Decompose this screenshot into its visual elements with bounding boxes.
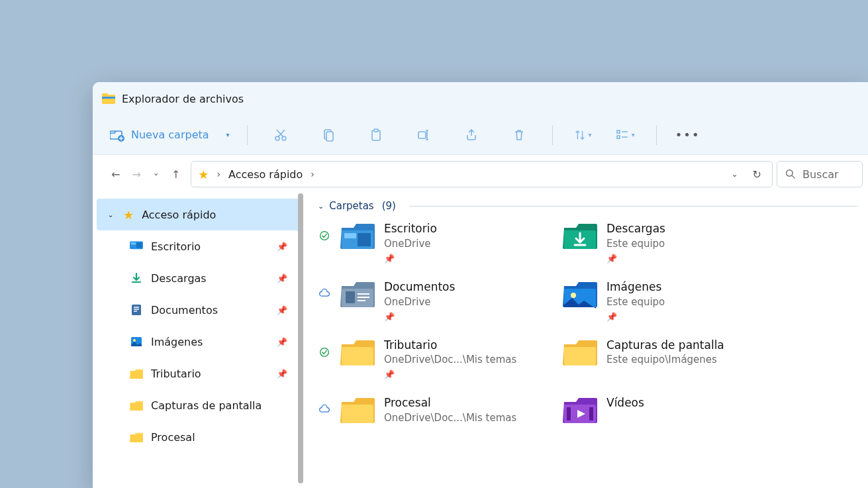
pin-icon: 📌 — [606, 254, 665, 264]
address-bar[interactable]: ★ › Acceso rápido › ⌄ ↻ — [191, 161, 773, 187]
back-button[interactable]: ← — [111, 168, 120, 181]
svg-rect-1 — [102, 93, 108, 96]
copy-button[interactable] — [313, 122, 344, 148]
folder-item[interactable]: Vídeos — [563, 395, 857, 425]
svg-point-24 — [320, 232, 329, 240]
paste-button[interactable] — [360, 122, 392, 148]
downloads-lg-icon — [563, 221, 597, 250]
sidebar-item-label: Escritorio — [151, 240, 269, 253]
svg-point-32 — [571, 293, 576, 298]
rename-button[interactable] — [408, 122, 440, 148]
sidebar-item-quickaccess[interactable]: ⌄ ★ Acceso rápido — [97, 199, 301, 230]
folder-item[interactable]: Documentos OneDrive 📌 — [318, 279, 563, 322]
sidebar-item-tributario[interactable]: Tributario 📌 — [93, 358, 305, 389]
address-history-chevron-icon[interactable]: ⌄ — [726, 170, 744, 179]
breadcrumb-current[interactable]: Acceso rápido — [228, 168, 303, 181]
svg-rect-22 — [130, 403, 142, 411]
folder-icon — [130, 432, 143, 443]
sidebar-item-escritorio[interactable]: Escritorio 📌 — [93, 230, 305, 262]
videos-lg-icon — [563, 395, 597, 424]
view-button[interactable]: ▾ — [612, 122, 639, 148]
section-count: (9) — [382, 200, 396, 212]
svg-rect-21 — [130, 371, 142, 379]
downloads-icon — [130, 271, 143, 285]
titlebar: Explorador de archivos — [93, 82, 868, 115]
folder-item[interactable]: Procesal OneDrive\Doc...\Mis temas — [318, 395, 563, 425]
pin-icon: 📌 — [277, 242, 287, 252]
section-header-folders[interactable]: ⌄ Carpetas (9) — [318, 200, 857, 212]
folder-item[interactable]: Imágenes Este equipo 📌 — [563, 279, 857, 322]
section-title: Carpetas — [329, 200, 373, 212]
sync-status-icon — [318, 279, 331, 298]
svg-rect-0 — [102, 95, 115, 104]
sidebar-item-procesal[interactable]: Procesal — [93, 421, 305, 453]
more-button[interactable]: ••• — [669, 128, 707, 142]
folder-name: Documentos — [384, 279, 455, 295]
documents-icon — [130, 303, 143, 317]
folder-item[interactable]: Escritorio OneDrive 📌 — [318, 221, 563, 264]
desktop-icon — [130, 241, 143, 252]
pin-icon: 📌 — [384, 254, 437, 264]
svg-rect-16 — [131, 242, 136, 244]
svg-rect-23 — [130, 434, 142, 442]
pin-icon: 📌 — [384, 369, 516, 379]
sidebar-item-label: Documentos — [151, 304, 269, 317]
chevron-down-icon[interactable]: ⌄ — [106, 211, 115, 219]
sync-status-icon — [318, 395, 331, 414]
forward-button[interactable]: → — [132, 168, 140, 181]
chevron-down-icon[interactable]: ⌄ — [318, 202, 324, 211]
nav-arrows: ← → ⌄ ↑ — [101, 168, 187, 181]
sidebar-item-descargas[interactable]: Descargas 📌 — [93, 262, 305, 294]
folder-name: Procesal — [384, 395, 516, 411]
svg-point-14 — [787, 170, 793, 177]
pin-icon: 📌 — [277, 305, 287, 315]
svg-rect-17 — [136, 242, 142, 248]
folder-icon — [130, 368, 143, 379]
folder-lg-icon — [563, 338, 597, 367]
new-menu-chevron-icon[interactable]: ▾ — [221, 127, 235, 142]
sidebar-item-imágenes[interactable]: Imágenes 📌 — [93, 326, 305, 358]
svg-rect-27 — [358, 233, 371, 246]
pin-icon: 📌 — [277, 273, 287, 283]
sidebar-item-label: Imágenes — [151, 336, 269, 348]
svg-rect-18 — [132, 305, 141, 315]
body: ⌄ ★ Acceso rápido Escritorio 📌 Descargas… — [93, 193, 868, 488]
svg-rect-39 — [589, 407, 593, 420]
sidebar-item-documentos[interactable]: Documentos 📌 — [93, 294, 305, 326]
sort-button[interactable]: ▾ — [570, 122, 596, 148]
folder-item[interactable]: Descargas Este equipo 📌 — [563, 221, 857, 264]
folder-item[interactable]: Capturas de pantalla Este equipo\Imágene… — [563, 338, 857, 380]
svg-rect-26 — [344, 233, 356, 238]
toolbar: Nueva carpeta ▾ ▾ ▾ — [93, 115, 868, 155]
folder-location: Este equipo — [606, 295, 665, 309]
share-button[interactable] — [456, 122, 487, 148]
sidebar-item-label: Descargas — [151, 272, 269, 285]
main-content: ⌄ Carpetas (9) Escritorio OneDrive 📌 Des… — [305, 193, 868, 488]
svg-rect-12 — [617, 130, 620, 133]
toolbar-separator — [552, 125, 553, 145]
up-button[interactable]: ↑ — [171, 168, 180, 181]
folder-item[interactable]: Tributario OneDrive\Doc...\Mis temas 📌 — [318, 338, 563, 380]
folder-name: Capturas de pantalla — [606, 338, 724, 354]
sidebar-item-capturas-de-pantalla[interactable]: Capturas de pantalla — [93, 389, 305, 421]
breadcrumb-sep-icon[interactable]: › — [311, 169, 314, 179]
sidebar-item-label: Acceso rápido — [142, 209, 301, 221]
delete-button[interactable] — [503, 122, 535, 148]
folder-location: OneDrive — [384, 237, 437, 251]
folder-location: Este equipo\Imágenes — [606, 353, 724, 367]
svg-rect-30 — [346, 291, 355, 303]
cut-button[interactable] — [265, 122, 297, 148]
refresh-button[interactable]: ↻ — [749, 168, 765, 181]
new-folder-button[interactable]: Nueva carpeta — [103, 124, 216, 146]
folders-grid: Escritorio OneDrive 📌 Descargas Este equ… — [318, 221, 857, 425]
recent-chevron-icon[interactable]: ⌄ — [153, 168, 160, 181]
sidebar-scrollbar[interactable] — [298, 193, 303, 483]
folder-lg-icon — [340, 338, 375, 367]
toolbar-separator — [247, 125, 248, 145]
quickaccess-star-icon: ★ — [198, 168, 209, 181]
folder-name: Escritorio — [384, 221, 437, 237]
svg-rect-2 — [102, 97, 115, 99]
search-input[interactable]: Buscar — [777, 161, 863, 187]
documents-lg-icon — [340, 279, 375, 309]
svg-point-33 — [320, 348, 329, 356]
